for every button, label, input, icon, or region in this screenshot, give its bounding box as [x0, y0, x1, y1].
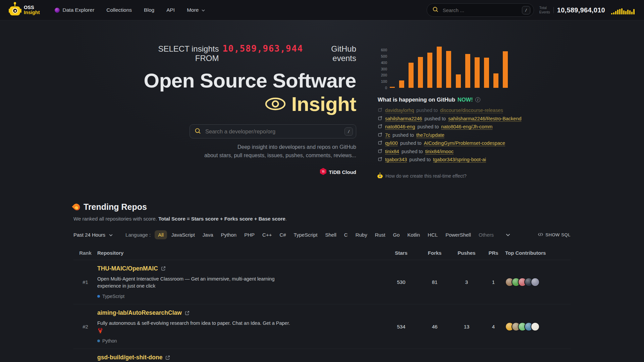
repo-name-link[interactable]: gsd-build/get-shit-done — [97, 354, 162, 361]
repo-name-link[interactable]: THU-MAIC/OpenMAIC — [97, 265, 158, 272]
event-repo-link[interactable]: the7c/update — [416, 132, 444, 138]
robot-logo-icon — [9, 3, 21, 17]
realtime-effect-link[interactable]: How do we create this real-time effect? — [378, 169, 509, 183]
hero-search-input[interactable] — [205, 128, 341, 135]
y-tick-label: 400 — [381, 61, 387, 65]
global-search[interactable]: / — [427, 3, 534, 17]
language-pill-shell[interactable]: Shell — [322, 230, 339, 239]
trending-subtitle: We ranked all repositories with score. T… — [73, 216, 571, 222]
tidb-cloud-link[interactable]: Ti TiDB Cloud — [135, 168, 356, 176]
headline-suffix: GitHub events — [307, 44, 356, 63]
title-line2: Insight — [291, 93, 356, 116]
event-repo-link[interactable]: discourse/discourse-releases — [440, 108, 503, 113]
external-link-icon[interactable] — [185, 311, 190, 315]
live-panel: 0100200300400500600 What is happening on… — [378, 44, 509, 183]
language-pill-c[interactable]: C++ — [259, 230, 275, 239]
event-user-link[interactable]: davidtaylorhq — [385, 108, 414, 113]
expand-languages-button[interactable] — [506, 232, 510, 238]
column-header-prs: PRs — [482, 250, 505, 256]
live-event-row: nato8046-engpushed tonato8046-eng/Jh-com… — [378, 123, 509, 131]
sparkline-bar — [623, 10, 625, 14]
event-user-link[interactable]: qyli00 — [385, 140, 398, 146]
slash-shortcut-badge: / — [344, 127, 353, 136]
eye-icon — [265, 93, 286, 116]
live-event-row: qyli00pushed toAICodingGym/Problemset-co… — [378, 139, 509, 147]
chevron-down-icon — [202, 7, 205, 13]
chart-bar — [465, 54, 470, 88]
event-user-link[interactable]: tinix84 — [385, 149, 399, 154]
push-icon — [378, 148, 383, 155]
language-pill-java[interactable]: Java — [199, 230, 217, 239]
language-pill-rust[interactable]: Rust — [372, 230, 389, 239]
nav-item-blog[interactable]: Blog — [144, 7, 154, 13]
code-icon — [538, 232, 543, 237]
event-repo-link[interactable]: AICodingGym/Problemset-codespace — [424, 140, 505, 146]
nav-item-api[interactable]: API — [166, 7, 175, 13]
hero-description: Deep insight into developers and repos o… — [135, 143, 356, 160]
stars-count: 534 — [384, 324, 418, 329]
language-pill-kotlin[interactable]: Kotlin — [404, 230, 424, 239]
search-icon — [195, 128, 201, 135]
language-pill-all[interactable]: All — [155, 230, 167, 239]
top-nav: OSS Insight Data ExplorerCollectionsBlog… — [0, 0, 644, 20]
event-user-link[interactable]: sahilsharma2246 — [385, 116, 422, 121]
table-row: #1THU-MAIC/OpenMAICOpen Multi-Agent Inte… — [73, 260, 571, 305]
language-pill-php[interactable]: PHP — [241, 230, 258, 239]
event-repo-link[interactable]: tinix84/imooc — [425, 149, 454, 154]
repo-description: Open Multi-Agent Interactive Classroom —… — [97, 276, 293, 290]
table-header: RankRepositoryStarsForksPushesPRsTop Con… — [73, 247, 571, 260]
event-repo-link[interactable]: nato8046-eng/Jh-comm — [441, 124, 492, 129]
language-pill-javascript[interactable]: JavaScript — [168, 230, 198, 239]
repo-name-link[interactable]: aiming-lab/AutoResearchClaw — [97, 309, 182, 316]
language-pill-powershell[interactable]: PowerShell — [442, 230, 474, 239]
nav-menu: Data ExplorerCollectionsBlogAPIMore — [55, 7, 205, 13]
top-contributors — [505, 322, 571, 331]
pushes-count: 3 — [451, 279, 482, 285]
tidb-cloud-label: TiDB Cloud — [329, 169, 356, 175]
repo-rank: #1 — [73, 279, 97, 285]
contributor-avatar[interactable] — [531, 322, 540, 331]
sparkline-bar — [629, 10, 631, 14]
push-icon — [378, 157, 383, 163]
column-header-top-contributors: Top Contributors — [505, 250, 571, 256]
show-sql-button[interactable]: SHOW SQL — [538, 232, 571, 237]
repo-rank: #2 — [73, 324, 97, 329]
trending-title: Trending Repos — [73, 202, 571, 212]
language-dot-icon — [97, 295, 100, 298]
prs-count: 4 — [482, 324, 505, 329]
svg-text:Ti: Ti — [322, 170, 324, 173]
language-pill-ruby[interactable]: Ruby — [352, 230, 371, 239]
info-icon[interactable]: i — [475, 97, 480, 102]
language-pill-typescript[interactable]: TypeScript — [290, 230, 321, 239]
chart-bar — [390, 87, 395, 88]
events-sparkline-icon — [611, 6, 635, 14]
event-repo-link[interactable]: sahilsharma2246/Restro-Backend — [448, 116, 521, 121]
hero-search[interactable]: / — [190, 124, 356, 138]
oss-insight-logo[interactable]: OSS Insight — [9, 3, 40, 17]
contributor-avatar[interactable] — [531, 278, 540, 287]
language-pill-others[interactable]: Others — [475, 230, 497, 239]
nav-item-data-explorer[interactable]: Data Explorer — [55, 7, 95, 13]
language-pill-python[interactable]: Python — [218, 230, 240, 239]
global-search-input[interactable] — [442, 7, 518, 13]
event-user-link[interactable]: tgabor343 — [385, 157, 407, 162]
forks-count: 81 — [418, 279, 451, 285]
period-dropdown[interactable]: Past 24 Hours — [73, 232, 113, 238]
language-pill-hcl[interactable]: HCL — [424, 230, 441, 239]
event-user-link[interactable]: nato8046-eng — [385, 124, 415, 129]
now-highlight: NOW! — [458, 97, 473, 103]
language-pill-c[interactable]: C# — [276, 230, 289, 239]
sphere-icon — [55, 8, 60, 13]
event-user-link[interactable]: 7c — [385, 132, 390, 138]
sparkline-bar — [613, 12, 614, 14]
nav-item-collections[interactable]: Collections — [106, 7, 132, 13]
slash-shortcut-badge: / — [522, 6, 530, 14]
event-repo-link[interactable]: tgabor343/spring-boot-ai — [433, 157, 486, 162]
language-pill-c[interactable]: C — [341, 230, 351, 239]
chart-bar — [437, 47, 442, 88]
external-link-icon[interactable] — [161, 266, 166, 271]
nav-item-more[interactable]: More — [187, 7, 205, 13]
chart-bar — [493, 73, 498, 88]
language-pill-go[interactable]: Go — [390, 230, 403, 239]
external-link-icon[interactable] — [165, 355, 170, 360]
